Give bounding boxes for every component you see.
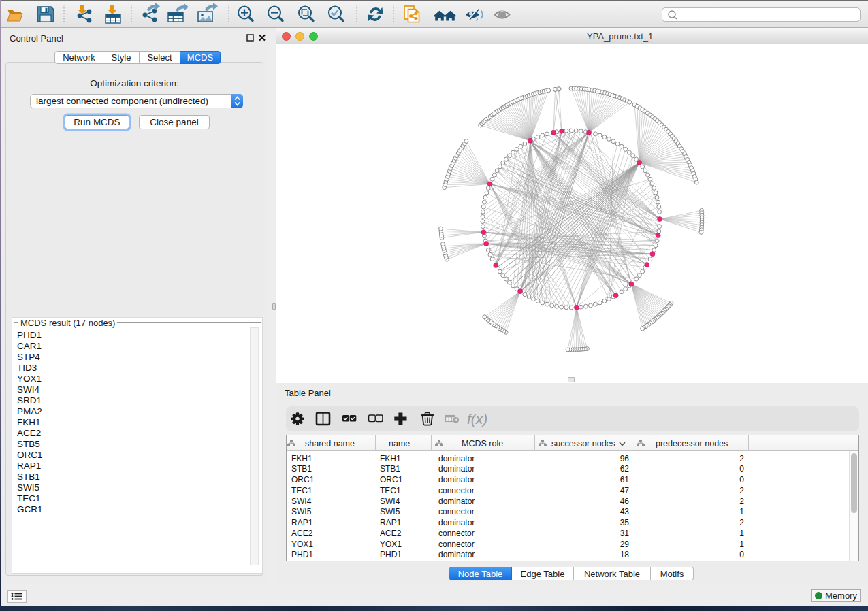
svg-text:successor nodes: successor nodes (551, 439, 615, 448)
svg-text:Memory: Memory (825, 591, 857, 601)
svg-text:predecessor nodes: predecessor nodes (656, 439, 728, 448)
svg-text:shared name: shared name (305, 439, 355, 448)
svg-text:f(x): f(x) (467, 411, 487, 427)
svg-text:name: name (389, 439, 410, 448)
svg-text:MCDS role: MCDS role (462, 439, 503, 448)
